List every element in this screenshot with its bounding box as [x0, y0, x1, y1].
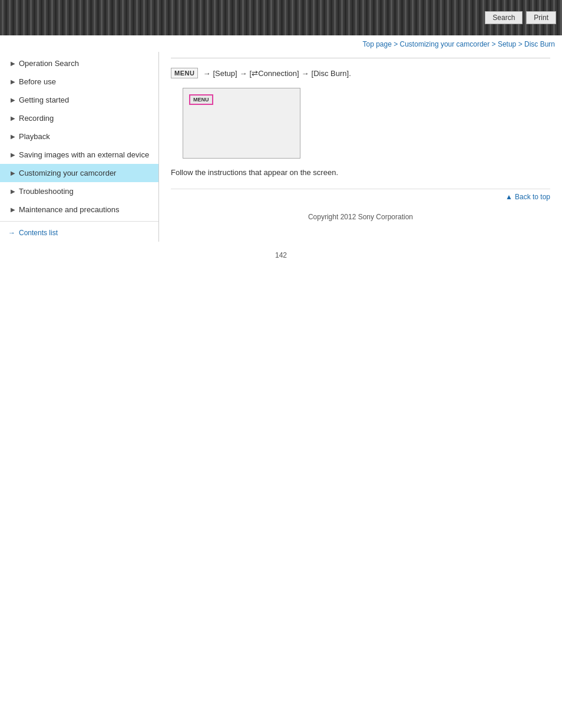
breadcrumb: Top page > Customizing your camcorder > …	[0, 35, 562, 52]
breadcrumb-sep3: >	[518, 40, 524, 48]
sidebar-item-recording[interactable]: ▶ Recording	[0, 109, 158, 127]
arrow-icon-troubleshooting: ▶	[11, 188, 15, 195]
breadcrumb-setup[interactable]: Setup	[498, 40, 516, 48]
arrow-icon-saving-images: ▶	[11, 151, 15, 158]
sidebar-label-playback: Playback	[19, 132, 153, 141]
arrow-icon-maintenance: ▶	[11, 206, 15, 213]
back-to-top-link[interactable]: ▲ Back to top	[505, 193, 550, 201]
sidebar-item-maintenance[interactable]: ▶ Maintenance and precautions	[0, 200, 158, 219]
back-to-top-triangle-icon: ▲	[505, 193, 513, 201]
breadcrumb-customizing[interactable]: Customizing your camcorder	[400, 40, 490, 48]
arrow1: →	[203, 69, 210, 78]
copyright-text: Copyright 2012 Sony Corporation	[171, 207, 550, 225]
breadcrumb-top-page[interactable]: Top page	[362, 40, 391, 48]
header: Search Print	[0, 0, 562, 35]
instruction-box: MENU → [Setup] → [⇄Connection] → [Disc B…	[171, 68, 550, 78]
sidebar-label-saving-images: Saving images with an external device	[19, 150, 153, 159]
sidebar-label-before-use: Before use	[19, 77, 153, 86]
contents-list-label: Contents list	[19, 229, 58, 237]
search-button[interactable]: Search	[485, 11, 523, 24]
breadcrumb-sep1: >	[394, 40, 399, 48]
arrow-icon-recording: ▶	[11, 115, 15, 121]
sidebar-item-customizing[interactable]: ▶ Customizing your camcorder	[0, 164, 158, 182]
instruction-sequence: → [Setup] → [⇄Connection] → [Disc Burn].	[203, 69, 351, 78]
sidebar-label-recording: Recording	[19, 114, 153, 123]
breadcrumb-current: Disc Burn	[524, 40, 555, 48]
setup-label: [Setup]	[213, 69, 237, 78]
contents-list-arrow-icon: →	[8, 229, 15, 237]
sidebar-label-maintenance: Maintenance and precautions	[19, 205, 153, 214]
sidebar-label-troubleshooting: Troubleshooting	[19, 187, 153, 196]
sidebar-item-operation-search[interactable]: ▶ Operation Search	[0, 54, 158, 73]
contents-list-link[interactable]: → Contents list	[0, 224, 158, 242]
sidebar-divider	[0, 221, 158, 222]
arrow-icon-operation-search: ▶	[11, 60, 15, 67]
page-number: 142	[0, 242, 562, 265]
sidebar-item-playback[interactable]: ▶ Playback	[0, 127, 158, 146]
follow-instructions-text: Follow the instructions that appear on t…	[171, 168, 550, 177]
arrow-icon-playback: ▶	[11, 133, 15, 140]
sidebar-label-operation-search: Operation Search	[19, 59, 153, 68]
page-layout: ▶ Operation Search ▶ Before use ▶ Gettin…	[0, 52, 562, 242]
sidebar-item-before-use[interactable]: ▶ Before use	[0, 73, 158, 91]
sidebar: ▶ Operation Search ▶ Before use ▶ Gettin…	[0, 52, 159, 242]
arrow2: →	[240, 69, 247, 78]
main-content: MENU → [Setup] → [⇄Connection] → [Disc B…	[159, 52, 562, 242]
arrow-icon-before-use: ▶	[11, 78, 15, 85]
sidebar-item-getting-started[interactable]: ▶ Getting started	[0, 91, 158, 109]
breadcrumb-sep2: >	[492, 40, 498, 48]
sidebar-item-troubleshooting[interactable]: ▶ Troubleshooting	[0, 182, 158, 200]
arrow-icon-customizing: ▶	[11, 170, 15, 176]
camcorder-screen-mockup: MENU	[183, 88, 300, 159]
print-button[interactable]: Print	[526, 11, 556, 24]
content-divider-top	[171, 58, 550, 58]
sidebar-label-customizing: Customizing your camcorder	[19, 169, 153, 177]
screen-menu-indicator: MENU	[189, 94, 213, 105]
sidebar-item-saving-images[interactable]: ▶ Saving images with an external device	[0, 146, 158, 164]
menu-button-label: MENU	[171, 68, 198, 78]
arrow3: →	[302, 69, 309, 78]
arrow-icon-getting-started: ▶	[11, 97, 15, 103]
discburn-label: [Disc Burn].	[312, 69, 351, 78]
connection-label: [⇄Connection]	[250, 69, 299, 78]
back-to-top-label: Back to top	[515, 193, 550, 201]
sidebar-label-getting-started: Getting started	[19, 95, 153, 104]
back-to-top-section: ▲ Back to top	[171, 189, 550, 207]
